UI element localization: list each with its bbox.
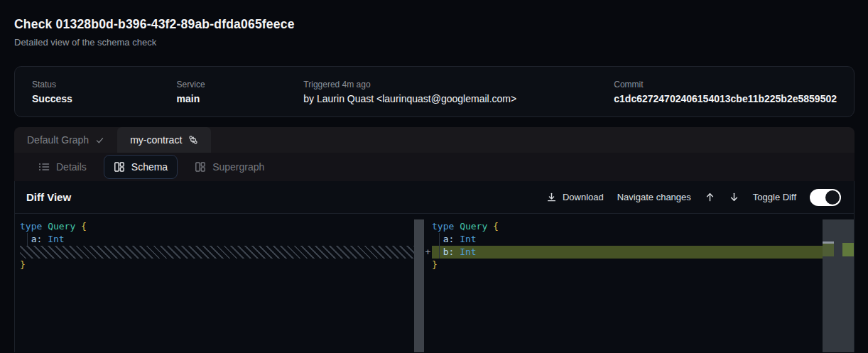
subtab-supergraph[interactable]: Supergraph xyxy=(185,155,274,179)
added-line-plus-marker: + xyxy=(424,246,432,259)
indent-guide xyxy=(439,233,440,259)
code-line: } xyxy=(20,259,414,271)
diff-pane-before: type Query { a: Int} xyxy=(20,220,414,271)
subtab-details-label: Details xyxy=(56,161,87,173)
arrow-down-icon xyxy=(729,192,739,202)
diff-toolbar: Download Navigate changes Toggle Diff xyxy=(546,189,841,206)
graph-tabstrip: Default Graph my-contract xyxy=(14,127,855,153)
git-compare-icon xyxy=(188,135,198,145)
view-subtabs: Details Schema Supergraph xyxy=(14,153,855,181)
tab-my-contract[interactable]: my-contract xyxy=(117,127,211,153)
check-meta-card: Status Success Service main Triggered 4m… xyxy=(14,66,855,117)
minimap-added-line xyxy=(823,244,834,256)
triggered-label: Triggered 4m ago xyxy=(303,80,614,89)
download-label: Download xyxy=(563,192,604,202)
code-line: type Query { xyxy=(20,220,414,233)
download-button[interactable]: Download xyxy=(546,192,604,202)
overview-ruler-added-marker xyxy=(842,243,854,256)
code-line: type Query { xyxy=(432,220,823,233)
tab-default-graph-label: Default Graph xyxy=(27,134,89,146)
toggle-diff-knob xyxy=(825,190,840,205)
toggle-diff-switch[interactable] xyxy=(810,189,841,206)
meta-status: Status Success xyxy=(32,80,177,104)
indent-guide xyxy=(27,233,28,246)
commit-label: Commit xyxy=(614,80,837,89)
service-value: main xyxy=(177,93,304,104)
diff-header: Diff View Download Navigate changes xyxy=(15,181,854,214)
subtab-schema[interactable]: Schema xyxy=(104,155,178,179)
subtab-supergraph-label: Supergraph xyxy=(212,161,264,173)
code-line: } xyxy=(432,259,823,271)
code-line: a: Int xyxy=(20,233,414,246)
left-pane-scrollbar[interactable] xyxy=(414,219,424,352)
diff-view-title: Diff View xyxy=(26,191,71,203)
triggered-value: by Laurin Quast <laurinquast@googlemail.… xyxy=(303,93,614,104)
page-subtitle: Detailed view of the schema check xyxy=(14,37,855,48)
code-line-added: + b: Int xyxy=(432,246,823,259)
layout-panels-icon xyxy=(195,161,206,173)
meta-service: Service main xyxy=(177,80,304,104)
meta-commit: Commit c1dc62724702406154013cbe11b225b2e… xyxy=(614,80,837,104)
tab-default-graph[interactable]: Default Graph xyxy=(14,127,117,153)
service-label: Service xyxy=(177,80,304,89)
diff-section: Diff View Download Navigate changes xyxy=(14,181,855,352)
code-line: a: Int xyxy=(432,233,823,246)
navigate-next-button[interactable] xyxy=(729,192,739,202)
minimap-scrollbar[interactable] xyxy=(823,219,854,352)
layout-panels-icon xyxy=(114,161,125,173)
page: Check 01328b0d-b396-43f2-89ab-dfda065fee… xyxy=(0,0,868,352)
subtab-details[interactable]: Details xyxy=(28,155,97,179)
toggle-diff-label: Toggle Diff xyxy=(753,192,796,202)
meta-triggered: Triggered 4m ago by Laurin Quast <laurin… xyxy=(303,80,614,104)
page-title: Check 01328b0d-b396-43f2-89ab-dfda065fee… xyxy=(14,17,855,32)
download-icon xyxy=(546,192,557,202)
tab-my-contract-label: my-contract xyxy=(130,134,182,146)
diff-placeholder-line xyxy=(20,246,414,259)
commit-value: c1dc62724702406154013cbe11b225b2e5859502 xyxy=(614,93,837,104)
subtab-schema-label: Schema xyxy=(131,161,168,173)
list-icon xyxy=(38,161,50,173)
status-value: Success xyxy=(32,93,177,104)
check-icon xyxy=(95,136,104,145)
diff-pane-after: type Query { a: Int+ b: Int} xyxy=(432,220,823,271)
arrow-up-icon xyxy=(705,192,715,202)
schema-diff-editor[interactable]: type Query { a: Int} type Query { a: Int… xyxy=(15,214,854,352)
status-label: Status xyxy=(32,80,177,89)
navigate-previous-button[interactable] xyxy=(705,192,715,202)
navigate-changes-label: Navigate changes xyxy=(617,192,691,202)
